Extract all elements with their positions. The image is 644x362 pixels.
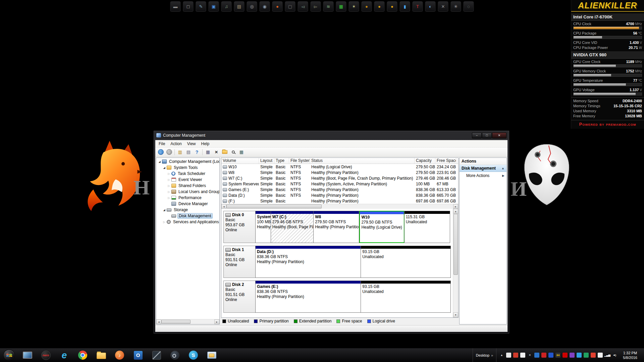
scroll-right-arrow[interactable]: ► <box>453 204 458 209</box>
nero-icon[interactable]: nero <box>37 348 55 362</box>
tray-icon-13[interactable] <box>584 353 589 358</box>
tree-item-event-viewer[interactable]: ▷Event Viewer <box>156 177 219 183</box>
expander-icon[interactable]: ◢ <box>162 166 166 169</box>
tray-icon-15[interactable] <box>598 353 603 358</box>
scroll-left-arrow[interactable]: ◄ <box>156 319 161 324</box>
show-console-tree-button[interactable]: ▥ <box>176 148 184 156</box>
tree-item-services-and-applications[interactable]: ▷Services and Applications <box>156 219 219 225</box>
dock-icon-1[interactable]: ▬ <box>170 1 181 12</box>
column-header-capacity[interactable]: Capacity <box>415 158 435 164</box>
scroll-up-arrow[interactable]: ▲ <box>453 209 458 214</box>
tree-item-system-tools[interactable]: ◢System Tools <box>156 165 219 171</box>
tree-item-computer-management-local[interactable]: ◢Computer Management (Local) <box>156 159 219 165</box>
expander-icon[interactable]: ◢ <box>158 160 161 163</box>
disk-label-disk-2[interactable]: Disk 2Basic931.51 GBOnline <box>223 281 256 313</box>
menu-help[interactable]: Help <box>199 141 212 147</box>
menu-file[interactable]: File <box>156 141 168 147</box>
scroll-down-arrow[interactable]: ▼ <box>453 312 458 317</box>
tray-icon-11[interactable] <box>570 353 575 358</box>
properties-button[interactable]: ▦ <box>204 148 212 156</box>
expander-icon[interactable]: ◢ <box>162 208 166 212</box>
dock-icon-12[interactable]: ▻ <box>311 1 321 12</box>
tree-item-storage[interactable]: ◢Storage <box>156 207 219 213</box>
dock-icon-16[interactable]: ● <box>362 1 372 12</box>
dock-icon-5[interactable]: ♫ <box>221 1 232 12</box>
volume-row-w10[interactable]: W10SimpleBasicNTFSHealthy (Logical Drive… <box>221 164 458 170</box>
media-player-icon[interactable]: ♪ <box>110 348 129 362</box>
column-header-type[interactable]: Type <box>274 158 289 164</box>
scroll-thumb[interactable] <box>453 214 458 275</box>
open-button[interactable] <box>221 148 229 156</box>
column-header-layout[interactable]: Layout <box>259 158 274 164</box>
expander-icon[interactable]: ▷ <box>167 196 171 199</box>
find-button[interactable] <box>229 148 237 156</box>
chrome-icon[interactable] <box>73 348 92 362</box>
expander-icon[interactable]: ▷ <box>167 172 171 175</box>
expander-icon[interactable]: ▷ <box>162 221 166 224</box>
volume-row-games-e[interactable]: Games (E:)SimpleBasicNTFSHealthy (Primar… <box>221 187 458 192</box>
scroll-left-arrow[interactable]: ◄ <box>221 204 226 209</box>
tray-icon-2[interactable] <box>506 353 511 358</box>
tray-icon-10[interactable] <box>562 353 568 358</box>
dock-icon-11[interactable]: ◅ <box>298 1 308 12</box>
dock-icon-8[interactable]: ◉ <box>260 1 270 12</box>
tree-item-performance[interactable]: ▷Performance <box>156 195 219 201</box>
close-button[interactable]: ✕ <box>492 132 506 138</box>
show-hidden-icons-arrow[interactable]: ▲ <box>499 353 504 358</box>
dock-icon-4[interactable]: ▣ <box>209 1 219 12</box>
scroll-thumb[interactable] <box>161 320 191 324</box>
tray-icon-5[interactable]: ✕ <box>527 353 532 358</box>
maximize-button[interactable]: □ <box>482 132 492 138</box>
volume-icon[interactable]: ◄) <box>612 353 617 358</box>
scroll-thumb[interactable] <box>226 204 322 208</box>
outlook-icon[interactable]: O <box>129 348 147 362</box>
dock-icon-7[interactable]: ◎ <box>247 1 257 12</box>
expander-icon[interactable]: ▷ <box>167 190 171 193</box>
back-button[interactable]: ← <box>157 148 165 156</box>
column-header-status[interactable]: Status <box>310 158 415 164</box>
collapse-chevron-icon[interactable]: ▲ <box>501 167 504 170</box>
dock-icon-15[interactable]: ✶ <box>349 1 359 12</box>
dock-icon-24[interactable]: ◌ <box>464 1 474 12</box>
scroll-right-arrow[interactable]: ► <box>214 319 219 324</box>
expander-icon[interactable]: ▷ <box>167 184 171 187</box>
tree-item-disk-management[interactable]: Disk Management <box>156 213 219 219</box>
partition-w7-c[interactable]: W7 (C:)279.46 GB NTFSHealthy (Boot, Page… <box>271 211 314 243</box>
dock-icon-10[interactable]: ▢ <box>285 1 296 12</box>
menu-view[interactable]: View <box>184 141 199 147</box>
file-explorer-icon[interactable] <box>92 348 110 362</box>
export-list-button[interactable]: ▤ <box>184 148 193 156</box>
steam-icon[interactable] <box>166 348 184 362</box>
tray-icon-3[interactable] <box>513 353 518 358</box>
photoshop-icon[interactable] <box>147 348 166 362</box>
clock[interactable]: 1:32 PM 5/8/2016 <box>620 351 641 360</box>
desktop-toolbar[interactable]: Desktop » <box>473 348 496 362</box>
tree-item-shared-folders[interactable]: ▷Shared Folders <box>156 183 219 189</box>
dock-icon-6[interactable]: ▤ <box>234 1 245 12</box>
tree-item-task-scheduler[interactable]: ▷Task Scheduler <box>156 171 219 177</box>
tray-icon-14[interactable] <box>591 353 596 358</box>
tray-icon-4[interactable] <box>520 353 525 358</box>
volume-horizontal-scrollbar[interactable]: ◄ ► <box>221 204 458 209</box>
column-header-file-system[interactable]: File System <box>289 158 310 164</box>
actions-disk-management[interactable]: Disk Management ▲ <box>460 165 506 172</box>
volume-row-w8[interactable]: W8SimpleBasicNTFSHealthy (Primary Partit… <box>221 170 458 175</box>
partition-data-d[interactable]: Data (D:)838.36 GB NTFSHealthy (Primary … <box>255 246 361 278</box>
computer-icon[interactable] <box>18 348 37 362</box>
partition-games-e[interactable]: Games (E:)838.36 GB NTFSHealthy (Primary… <box>255 281 361 313</box>
volume-row-system-reserved[interactable]: System ReservedSimpleBasicNTFSHealthy (S… <box>221 181 458 187</box>
partition-93-15-gb[interactable]: 93.15 GBUnallocated <box>361 246 451 278</box>
volume-row-w7-c[interactable]: W7 (C:)SimpleBasicNTFSHealthy (Boot, Pag… <box>221 175 458 181</box>
dock-icon-23[interactable]: ✳ <box>451 1 461 12</box>
dock-icon-18[interactable]: ● <box>387 1 397 12</box>
tray-icon-7[interactable] <box>541 353 546 358</box>
menu-action[interactable]: Action <box>168 141 184 147</box>
disk-label-disk-0[interactable]: Disk 0Basic953.87 GBOnline <box>223 211 256 243</box>
tray-icon-12[interactable] <box>577 353 582 358</box>
my-computer-icon[interactable] <box>203 348 221 362</box>
dock-icon-9[interactable]: ● <box>272 1 283 12</box>
volume-row-data-d[interactable]: Data (D:)SimpleBasicNTFSHealthy (Primary… <box>221 192 458 198</box>
start-button[interactable] <box>0 348 18 362</box>
network-icon[interactable]: ▁▃▅ <box>605 353 610 358</box>
tray-icon-8[interactable] <box>548 353 553 358</box>
